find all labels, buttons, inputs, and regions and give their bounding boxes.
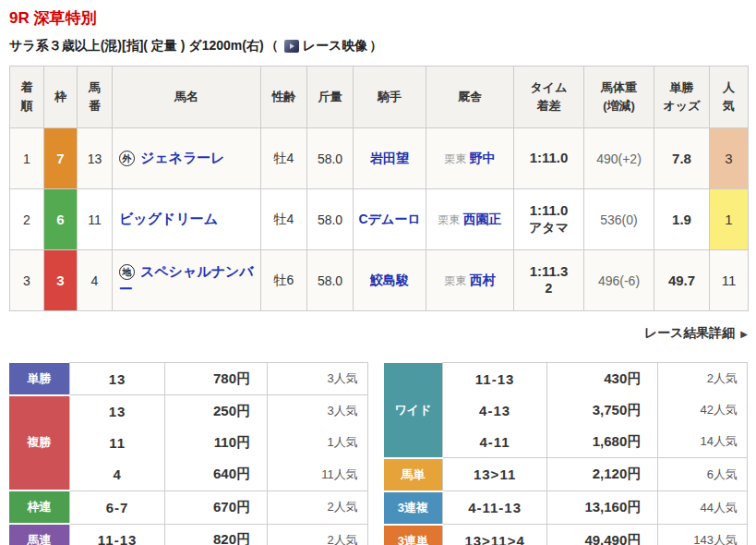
payout-row: 単勝 13 780円 3人気	[9, 363, 367, 395]
payout-table-right: ワイド 11-13 430円 2人気 4-13 3,750円 42人気 4-11…	[384, 362, 748, 545]
horse-mark-icon: 地	[119, 264, 135, 280]
payout-group-wide: ワイド 11-13 430円 2人気 4-13 3,750円 42人気 4-11…	[384, 363, 748, 458]
frame-number: 3	[44, 250, 78, 311]
payout-row: 馬連 11-13 820円 2人気	[9, 524, 367, 545]
payout-section: 単勝 13 780円 3人気 複勝 13 250円 3人気 11 110円 1人…	[9, 362, 748, 545]
combination: 4-13	[443, 394, 547, 426]
payout-group-umaren: 馬連 11-13 820円 2人気	[9, 524, 367, 545]
time-margin-cell: 1:11.0 アタマ	[514, 189, 584, 250]
sex-age: 牡4	[261, 128, 307, 189]
combination: 4-11	[443, 426, 547, 458]
payout-popularity: 2人気	[658, 363, 748, 395]
carried-weight: 58.0	[307, 128, 354, 189]
combination: 6-7	[70, 490, 165, 524]
col-number: 馬 番	[78, 67, 113, 128]
jockey-link[interactable]: Cデムーロ	[354, 189, 426, 250]
payout-group-fukusho: 複勝 13 250円 3人気 11 110円 1人気 4 640円 11人気	[9, 395, 367, 490]
payout-amount: 250円	[164, 395, 267, 428]
sex-age: 牡4	[261, 189, 307, 250]
combination: 4-11-13	[443, 491, 547, 525]
col-body-weight: 馬体重 (増減)	[584, 67, 654, 128]
payout-table-left: 単勝 13 780円 3人気 複勝 13 250円 3人気 11 110円 1人…	[9, 362, 368, 545]
race-results-table: 着 順 枠 馬 番 馬名 性齢 斤量 騎手 厩舎 タイム 着差 馬体重 (増減)…	[9, 66, 749, 311]
payout-amount: 1,680円	[547, 426, 658, 458]
payout-popularity: 2人気	[268, 490, 368, 524]
combination: 11-13	[70, 524, 165, 545]
race-conditions-row: サラ系３歳以上(混)[指]( 定量 ) ダ1200m(右) （ レース映像 ）	[9, 38, 748, 54]
payout-amount: 13,160円	[547, 491, 658, 525]
win-odds: 7.8	[654, 128, 710, 189]
payout-popularity: 11人気	[268, 458, 368, 490]
popularity: 3	[710, 128, 749, 189]
result-row-1: 1 7 13 外 ジェネラーレ 牡4 58.0 岩田望 栗東野中 1:11.0 …	[10, 128, 749, 189]
body-weight: 490(+2)	[584, 128, 654, 189]
time-margin-cell: 1:11.0	[514, 128, 584, 189]
bet-type-label: 単勝	[9, 363, 70, 395]
stable-cell: 栗東野中	[426, 128, 514, 189]
col-jockey: 騎手	[354, 67, 426, 128]
payout-row: ワイド 11-13 430円 2人気	[384, 363, 748, 395]
horse-name-cell: ビッグドリーム	[113, 189, 261, 250]
payout-amount: 640円	[164, 458, 267, 490]
horse-name-cell: 外 ジェネラーレ	[113, 128, 261, 189]
margin: 2	[516, 281, 582, 297]
race-conditions: サラ系３歳以上(混)[指]( 定量 ) ダ1200m(右)	[9, 38, 264, 54]
frame-number: 7	[44, 128, 78, 189]
payout-amount: 2,120円	[547, 458, 658, 491]
finish-time: 1:11.3	[516, 263, 582, 281]
horse-name-link[interactable]: ジェネラーレ	[140, 150, 225, 165]
finish-time: 1:11.0	[516, 150, 582, 167]
race-video-icon[interactable]	[284, 40, 299, 53]
payout-group-umatan: 馬単 13>11 2,120円 6人気	[384, 458, 748, 491]
finish-pos: 2	[10, 189, 44, 250]
finish-time: 1:11.0	[516, 202, 582, 220]
payout-popularity: 3人気	[268, 395, 368, 428]
jockey-link[interactable]: 岩田望	[354, 128, 426, 189]
combination: 13	[70, 363, 165, 395]
stable-link[interactable]: 西園正	[463, 212, 502, 226]
body-weight: 496(-6)	[584, 250, 654, 311]
col-name: 馬名	[113, 67, 261, 128]
stable-cell: 栗東西村	[426, 250, 514, 311]
bet-type-label: ワイド	[384, 363, 443, 458]
bet-type-label: 3連複	[384, 491, 443, 525]
payout-amount: 780円	[164, 363, 267, 395]
combination: 13>11>4	[443, 525, 547, 545]
jockey-link[interactable]: 鮫島駿	[354, 250, 426, 311]
race-result-page: 9R 深草特別 サラ系３歳以上(混)[指]( 定量 ) ダ1200m(右) （ …	[0, 0, 756, 545]
horse-name-link[interactable]: スペシャルナンバー	[119, 263, 254, 297]
payout-amount: 430円	[547, 363, 658, 395]
chevron-right-icon: ▶	[740, 329, 748, 339]
body-weight: 536(0)	[584, 189, 654, 250]
stable-area: 栗東	[445, 274, 467, 287]
payout-popularity: 2人気	[268, 524, 368, 545]
race-detail-link[interactable]: レース結果詳細▶	[644, 325, 748, 340]
payout-group-wakuren: 枠連 6-7 670円 2人気	[9, 490, 367, 524]
col-frame: 枠	[44, 67, 78, 128]
payout-row: 馬単 13>11 2,120円 6人気	[384, 458, 748, 491]
carried-weight: 58.0	[307, 250, 354, 311]
win-odds: 1.9	[654, 189, 710, 250]
stable-link[interactable]: 野中	[470, 151, 496, 165]
payout-amount: 820円	[164, 524, 267, 545]
horse-name-link[interactable]: ビッグドリーム	[119, 211, 218, 226]
payout-amount: 670円	[164, 490, 267, 524]
col-finish: 着 順	[10, 67, 44, 128]
payout-amount: 3,750円	[547, 394, 658, 426]
horse-number: 4	[78, 250, 113, 311]
payout-group-sanrenpuku: 3連複 4-11-13 13,160円 44人気	[384, 491, 748, 525]
stable-area: 栗東	[438, 213, 461, 226]
result-row-2: 2 6 11 ビッグドリーム 牡4 58.0 Cデムーロ 栗東西園正 1:11.…	[10, 189, 749, 250]
bet-type-label: 枠連	[9, 490, 70, 524]
combination: 11-13	[443, 363, 547, 395]
bet-type-label: 3連単	[384, 525, 443, 545]
col-popularity: 人 気	[710, 67, 749, 128]
stable-link[interactable]: 西村	[470, 272, 496, 287]
payout-group-sanrentan: 3連単 13>11>4 49,490円 143人気	[384, 525, 748, 545]
col-stable: 厩舎	[426, 67, 514, 128]
combination: 11	[70, 427, 165, 458]
payout-row: 3連複 4-11-13 13,160円 44人気	[384, 491, 748, 525]
popularity: 1	[710, 189, 749, 250]
race-video-link[interactable]: レース映像	[303, 38, 368, 54]
payout-amount: 110円	[164, 427, 267, 458]
